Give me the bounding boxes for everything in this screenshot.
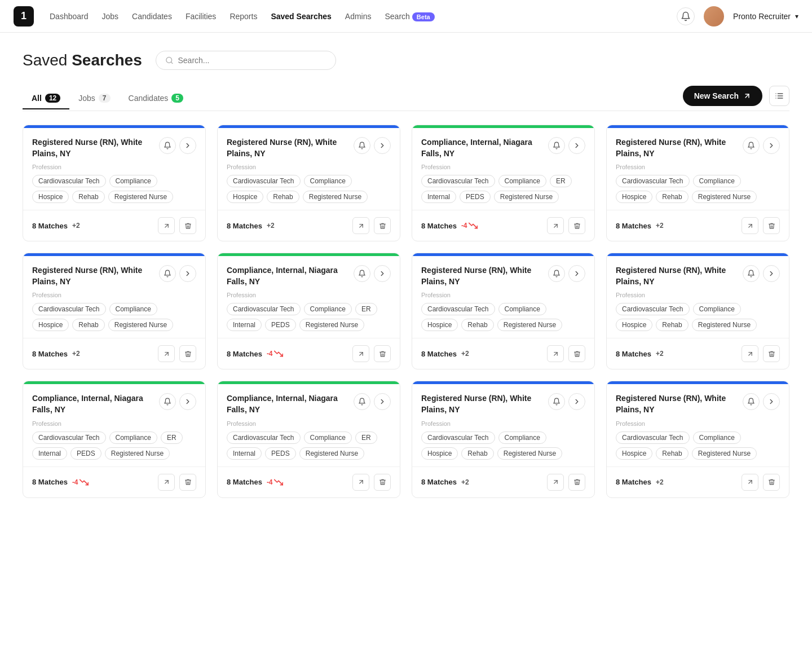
arrow-up-right-icon [163, 222, 170, 230]
open-button[interactable] [547, 345, 564, 362]
card-arrow-button[interactable] [179, 137, 196, 154]
tag: Cardiovascular Tech [616, 431, 690, 444]
open-button[interactable] [547, 474, 564, 491]
card-bell-button[interactable] [743, 265, 760, 282]
card-arrow-button[interactable] [179, 265, 196, 282]
open-button[interactable] [352, 345, 369, 362]
tags-container: Cardiovascular TechComplianceHospiceReha… [421, 303, 585, 331]
card-header-actions [354, 265, 391, 282]
open-button[interactable] [158, 345, 175, 362]
card-bell-button[interactable] [743, 137, 760, 154]
tag: Registered Nurse [692, 319, 757, 331]
card-arrow-button[interactable] [763, 265, 780, 282]
arrow-up-right-icon [747, 222, 754, 230]
open-button[interactable] [742, 474, 758, 491]
svg-line-2 [745, 94, 749, 98]
footer-actions [158, 217, 196, 234]
tab-badge: 5 [171, 94, 183, 103]
card-title: Registered Nurse (RN), White Plains, NY [421, 265, 548, 287]
card-bell-button[interactable] [354, 137, 370, 154]
tab-badge: 7 [99, 94, 111, 103]
profession-label: Profession [227, 164, 391, 170]
card-header: Registered Nurse (RN), White Plains, NY [607, 384, 789, 420]
nav-link-saved-searches[interactable]: Saved Searches [271, 12, 331, 21]
card-title: Registered Nurse (RN), White Plains, NY [616, 137, 743, 159]
nav-link-candidates[interactable]: Candidates [132, 12, 172, 21]
card-bell-button[interactable] [354, 265, 370, 282]
card-arrow-button[interactable] [374, 265, 391, 282]
nav-link-facilities[interactable]: Facilities [186, 12, 216, 21]
card-arrow-button[interactable] [568, 265, 585, 282]
card-arrow-button[interactable] [179, 393, 196, 410]
new-search-button[interactable]: New Search [683, 86, 762, 106]
nav-link-search[interactable]: SearchBeta [385, 12, 435, 21]
footer-actions [742, 474, 780, 491]
nav-link-jobs[interactable]: Jobs [102, 12, 119, 21]
search-input[interactable] [178, 56, 326, 65]
delete-button[interactable] [179, 345, 196, 362]
profession-label: Profession [616, 292, 780, 298]
card-bell-button[interactable] [354, 393, 370, 410]
delete-button[interactable] [763, 474, 780, 491]
card-footer: 8 Matches+2 [412, 466, 594, 497]
user-menu[interactable]: Pronto Recruiter ▾ [733, 12, 798, 21]
navbar: 1 DashboardJobsCandidatesFacilitiesRepor… [0, 0, 812, 33]
tab-all[interactable]: All12 [23, 88, 69, 109]
nav-link-dashboard[interactable]: Dashboard [50, 12, 89, 21]
footer-actions [742, 345, 780, 362]
card-bell-button[interactable] [743, 393, 760, 410]
card-bell-button[interactable] [159, 393, 176, 410]
tab-jobs[interactable]: Jobs7 [69, 88, 119, 109]
open-button[interactable] [158, 474, 175, 491]
card-arrow-button[interactable] [763, 393, 780, 410]
card-arrow-button[interactable] [568, 137, 585, 154]
filter-button[interactable] [769, 86, 789, 106]
delete-button[interactable] [374, 474, 391, 491]
card-arrow-button[interactable] [763, 137, 780, 154]
delete-button[interactable] [763, 345, 780, 362]
matches-count: 8 Matches [227, 478, 262, 486]
tag: ER [550, 175, 572, 187]
tag: Compliance [304, 431, 352, 444]
delete-button[interactable] [179, 474, 196, 491]
nav-link-reports[interactable]: Reports [230, 12, 257, 21]
nav-link-admins[interactable]: Admins [345, 12, 372, 21]
tabs-right: New Search [683, 86, 789, 111]
open-button[interactable] [547, 217, 564, 234]
delete-button[interactable] [568, 474, 585, 491]
tag: Compliance [498, 303, 546, 315]
footer-actions [352, 474, 391, 491]
matches-info: 8 Matches-4 [32, 478, 89, 486]
delete-button[interactable] [568, 217, 585, 234]
open-button[interactable] [742, 345, 758, 362]
open-button[interactable] [742, 217, 758, 234]
matches-info: 8 Matches+2 [616, 350, 664, 358]
card-bell-button[interactable] [159, 265, 176, 282]
tab-candidates[interactable]: Candidates5 [120, 88, 193, 109]
username: Pronto Recruiter [733, 12, 791, 21]
card-bell-button[interactable] [159, 137, 176, 154]
card-1: Registered Nurse (RN), White Plains, NYP… [217, 125, 400, 241]
app-logo[interactable]: 1 [14, 6, 34, 27]
notifications-bell[interactable] [677, 7, 695, 25]
delete-button[interactable] [179, 217, 196, 234]
open-button[interactable] [352, 474, 369, 491]
tag: Registered Nurse [692, 447, 757, 460]
open-button[interactable] [352, 217, 369, 234]
search-box[interactable] [156, 51, 336, 70]
card-arrow-button[interactable] [374, 137, 391, 154]
open-button[interactable] [158, 217, 175, 234]
card-bell-button[interactable] [548, 265, 565, 282]
matches-info: 8 Matches+2 [227, 222, 275, 230]
card-bell-button[interactable] [548, 137, 565, 154]
delete-button[interactable] [568, 345, 585, 362]
delete-button[interactable] [374, 217, 391, 234]
card-bell-button[interactable] [548, 393, 565, 410]
tag: Internal [421, 191, 456, 203]
delete-button[interactable] [763, 217, 780, 234]
delete-button[interactable] [374, 345, 391, 362]
card-arrow-button[interactable] [374, 393, 391, 410]
cards-grid: Registered Nurse (RN), White Plains, NYP… [23, 125, 789, 498]
card-arrow-button[interactable] [568, 393, 585, 410]
chevron-right-icon [378, 270, 386, 278]
